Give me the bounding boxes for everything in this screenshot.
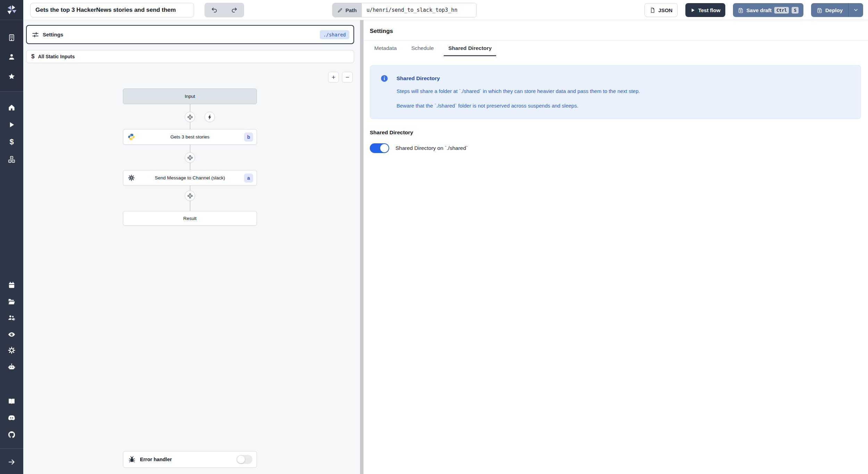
discord-icon[interactable] — [7, 413, 16, 423]
test-flow-label: Test flow — [698, 7, 720, 13]
flow-title-input[interactable] — [30, 3, 194, 17]
all-static-inputs-card[interactable]: $ All Static Inputs — [26, 50, 354, 63]
tab-schedule[interactable]: Schedule — [407, 41, 439, 56]
plus-icon — [187, 154, 193, 161]
info-box-title: Shared Directory — [397, 75, 440, 82]
info-icon — [381, 75, 388, 82]
save-icon — [738, 7, 744, 13]
flow-settings-card[interactable]: Settings ./shared — [26, 25, 354, 44]
node-step-b-label: Gets 3 best stories — [123, 134, 257, 139]
home-icon[interactable] — [7, 103, 16, 112]
undo-icon — [211, 7, 218, 14]
folders-icon[interactable] — [7, 297, 16, 306]
save-draft-label: Save draft — [746, 7, 772, 13]
groups-icon[interactable] — [7, 313, 16, 322]
sliders-icon — [32, 31, 39, 39]
tab-metadata[interactable]: Metadata — [370, 41, 401, 56]
node-result[interactable]: Result — [123, 211, 257, 226]
shared-directory-tab-content: Shared Directory Steps will share a fold… — [364, 56, 868, 153]
sidebar: $ — [0, 0, 23, 474]
static-inputs-label: All Static Inputs — [38, 54, 75, 59]
add-step-button[interactable] — [185, 191, 195, 201]
info-box-header: Shared Directory — [381, 75, 851, 82]
plus-icon — [187, 114, 193, 120]
node-step-a-label: Send Message to Channel (slack) — [123, 175, 257, 180]
deploy-split-button: Deploy — [811, 3, 863, 17]
topbar-actions: JSON Test flow Save draft Ctrl S Deploy — [644, 3, 863, 17]
error-handler-toggle[interactable] — [236, 455, 252, 464]
kbd-ctrl: Ctrl — [774, 7, 789, 14]
undo-redo-group — [205, 3, 244, 17]
variables-dollar-icon[interactable]: $ — [7, 137, 16, 146]
pencil-icon — [337, 8, 343, 13]
add-trigger-button[interactable] — [205, 112, 215, 122]
shared-directory-toggle-label: Shared Directory on `./shared` — [395, 145, 468, 151]
flow-editor-panel: Settings ./shared $ All Static Inputs + … — [23, 20, 360, 474]
zoom-out-button[interactable]: − — [342, 72, 353, 83]
path-label-text: Path — [345, 7, 357, 13]
settings-panel-header: Settings — [364, 20, 868, 41]
deploy-dropdown-button[interactable] — [848, 3, 863, 17]
sidebar-divider — [0, 91, 23, 92]
docs-book-icon[interactable] — [7, 397, 16, 406]
zoom-in-button[interactable]: + — [328, 72, 339, 83]
settings-card-label: Settings — [43, 32, 63, 37]
chevron-down-icon — [853, 7, 859, 13]
toggle-knob — [380, 144, 389, 152]
redo-icon — [231, 7, 238, 14]
node-step-b[interactable]: Gets 3 best stories b — [123, 129, 257, 145]
sidebar-divider — [0, 448, 23, 449]
step-id-badge: a — [244, 173, 253, 183]
dollar-icon: $ — [31, 53, 34, 60]
deploy-label: Deploy — [825, 7, 843, 13]
save-icon — [817, 7, 823, 13]
add-step-button[interactable] — [185, 152, 195, 163]
settings-panel-title: Settings — [370, 28, 862, 35]
shared-directory-toggle[interactable] — [370, 143, 389, 153]
kbd-s: S — [792, 7, 799, 14]
settings-panel: Settings Metadata Schedule Shared Direct… — [364, 20, 868, 474]
expand-sidebar-arrow-icon[interactable] — [7, 457, 16, 467]
undo-button[interactable] — [205, 3, 224, 17]
path-label[interactable]: Path — [333, 3, 362, 17]
test-flow-button[interactable]: Test flow — [685, 3, 725, 17]
node-step-a[interactable]: Send Message to Channel (slack) a — [123, 170, 257, 186]
resources-icon[interactable] — [7, 155, 16, 164]
error-handler-node[interactable]: Error handler — [123, 451, 257, 468]
schedules-calendar-icon[interactable] — [7, 280, 16, 290]
save-draft-button[interactable]: Save draft Ctrl S — [733, 3, 803, 17]
bug-icon — [128, 456, 136, 463]
add-step-button[interactable] — [185, 112, 195, 122]
windmill-logo[interactable] — [0, 0, 23, 20]
error-handler-label: Error handler — [140, 457, 172, 462]
ai-robot-icon[interactable] — [7, 362, 16, 372]
lightning-bolt-icon — [207, 114, 213, 120]
tab-shared-directory[interactable]: Shared Directory — [444, 41, 496, 56]
panel-splitter[interactable] — [360, 20, 364, 474]
settings-gear-icon[interactable] — [7, 346, 16, 355]
audit-logs-eye-icon[interactable] — [7, 330, 16, 339]
path-group: Path — [332, 3, 477, 17]
user-icon[interactable] — [7, 52, 16, 61]
settings-tabs: Metadata Schedule Shared Directory — [364, 41, 868, 56]
path-input[interactable] — [362, 3, 476, 17]
redo-button[interactable] — [224, 3, 244, 17]
node-input-label: Input — [123, 94, 257, 99]
shared-directory-section-heading: Shared Directory — [370, 129, 861, 136]
runs-play-icon[interactable] — [7, 120, 16, 129]
github-icon[interactable] — [7, 430, 16, 439]
favorites-star-icon[interactable] — [7, 72, 16, 81]
plus-icon — [187, 193, 193, 199]
toggle-knob — [237, 456, 245, 463]
step-id-badge: b — [244, 133, 253, 142]
json-button[interactable]: JSON — [644, 3, 678, 17]
info-box-line: Beware that the `./shared` folder is not… — [397, 102, 851, 109]
node-input[interactable]: Input — [123, 88, 257, 104]
json-button-label: JSON — [658, 7, 673, 13]
node-result-label: Result — [123, 216, 257, 221]
windmill-logo-icon — [6, 4, 18, 16]
play-icon — [690, 8, 695, 13]
workspace-icon[interactable] — [7, 33, 16, 42]
shared-directory-info-box: Shared Directory Steps will share a fold… — [370, 65, 861, 119]
deploy-button[interactable]: Deploy — [811, 3, 848, 17]
